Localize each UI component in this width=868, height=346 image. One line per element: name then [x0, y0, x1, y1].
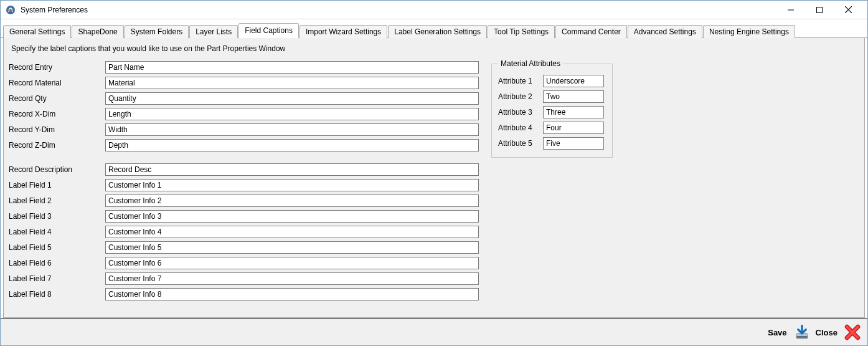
tab-label: System Folders: [131, 27, 182, 36]
field-label: Label Field 1: [9, 181, 105, 190]
label-field-3-input[interactable]: [105, 210, 479, 223]
tab-command-center[interactable]: Command Center: [555, 25, 627, 38]
tab-import-wizard-settings[interactable]: Import Wizard Settings: [300, 25, 387, 38]
attr-label: Attribute 5: [498, 139, 543, 148]
attr-row-3: Attribute 3: [498, 104, 606, 120]
tab-general-settings[interactable]: General Settings: [3, 25, 71, 38]
field-label: Label Field 4: [9, 228, 105, 236]
tab-label: ShapeDone: [78, 27, 117, 36]
window-controls: [776, 1, 862, 19]
window-close-button[interactable]: [834, 1, 862, 19]
app-icon: [6, 5, 16, 15]
window-title: System Preferences: [21, 6, 88, 14]
field-row-record-qty: Record Qty: [9, 90, 479, 106]
attribute-3-input[interactable]: [543, 106, 604, 118]
field-captions-form: Record Entry Record Material Record Qty …: [9, 59, 479, 302]
window-minimize-button[interactable]: [776, 1, 805, 19]
save-button[interactable]: Save: [768, 328, 786, 337]
field-row-record-z-dim: Record Z-Dim: [9, 137, 479, 153]
tab-layer-lists[interactable]: Layer Lists: [189, 25, 238, 38]
tab-panel-field-captions: Specify the label captions that you woul…: [3, 38, 865, 318]
window-maximize-button[interactable]: [805, 1, 834, 19]
titlebar: System Preferences: [1, 1, 867, 19]
tab-label: General Settings: [9, 27, 65, 36]
close-icon[interactable]: [842, 322, 862, 342]
attr-row-1: Attribute 1: [498, 73, 606, 89]
field-label: Label Field 5: [9, 243, 105, 252]
tab-shapedone[interactable]: ShapeDone: [72, 25, 123, 38]
record-description-input[interactable]: [105, 163, 479, 176]
tab-label: Advanced Settings: [634, 27, 696, 36]
field-label: Label Field 7: [9, 274, 105, 283]
tab-system-folders[interactable]: System Folders: [125, 25, 189, 38]
label-field-8-input[interactable]: [105, 288, 479, 300]
record-qty-input[interactable]: [105, 92, 479, 105]
svg-rect-3: [817, 7, 823, 12]
field-row-label-field-3: Label Field 3: [9, 208, 479, 224]
field-row-label-field-7: Label Field 7: [9, 271, 479, 286]
tab-label: Layer Lists: [196, 27, 232, 36]
attribute-1-input[interactable]: [543, 75, 604, 87]
attr-label: Attribute 1: [498, 77, 543, 85]
attribute-2-input[interactable]: [543, 90, 604, 103]
record-x-dim-input[interactable]: [105, 108, 479, 120]
attr-row-5: Attribute 5: [498, 135, 606, 151]
window: System Preferences General Settings Shap…: [0, 0, 868, 346]
attr-label: Attribute 4: [498, 123, 543, 132]
tab-field-captions[interactable]: Field Captions: [238, 23, 299, 38]
label-field-5-input[interactable]: [105, 241, 479, 254]
panel-description: Specify the label captions that you woul…: [11, 44, 857, 53]
label-field-6-input[interactable]: [105, 257, 479, 269]
field-label: Label Field 8: [9, 290, 105, 299]
attribute-4-input[interactable]: [543, 122, 604, 134]
field-row-label-field-1: Label Field 1: [9, 177, 479, 193]
save-icon[interactable]: [792, 322, 812, 342]
tab-tool-tip-settings[interactable]: Tool Tip Settings: [488, 25, 555, 38]
field-row-record-x-dim: Record X-Dim: [9, 106, 479, 122]
tab-label: Nesting Engine Settings: [709, 27, 789, 36]
close-button[interactable]: Close: [816, 328, 837, 337]
tab-label-generation-settings[interactable]: Label Generation Settings: [388, 25, 487, 38]
field-label: Label Field 2: [9, 196, 105, 205]
field-label: Label Field 6: [9, 259, 105, 267]
field-row-record-material: Record Material: [9, 75, 479, 90]
label-field-4-input[interactable]: [105, 226, 479, 238]
field-label: Record Qty: [9, 94, 105, 103]
tab-advanced-settings[interactable]: Advanced Settings: [628, 25, 702, 38]
attribute-5-input[interactable]: [543, 137, 604, 150]
record-entry-input[interactable]: [105, 61, 479, 74]
material-attributes-group: Material Attributes Attribute 1 Attribut…: [491, 59, 613, 158]
field-row-label-field-2: Label Field 2: [9, 193, 479, 208]
label-field-2-input[interactable]: [105, 195, 479, 207]
field-label: Record Entry: [9, 63, 105, 72]
attr-label: Attribute 2: [498, 92, 543, 101]
tab-label: Command Center: [562, 27, 621, 36]
field-row-label-field-8: Label Field 8: [9, 286, 479, 302]
record-y-dim-input[interactable]: [105, 123, 479, 136]
field-label: Record Y-Dim: [9, 125, 105, 134]
tab-label: Label Generation Settings: [394, 27, 481, 36]
label-field-1-input[interactable]: [105, 179, 479, 191]
svg-point-0: [6, 6, 15, 14]
record-z-dim-input[interactable]: [105, 139, 479, 151]
field-row-label-field-6: Label Field 6: [9, 255, 479, 271]
field-label: Record Z-Dim: [9, 141, 105, 150]
attr-row-2: Attribute 2: [498, 89, 606, 104]
svg-rect-7: [796, 336, 808, 338]
record-material-input[interactable]: [105, 77, 479, 89]
field-label: Record Material: [9, 79, 105, 87]
svg-rect-1: [8, 10, 13, 11]
tab-label: Field Captions: [245, 26, 293, 35]
tab-label: Import Wizard Settings: [306, 27, 381, 36]
field-label: Label Field 3: [9, 212, 105, 221]
field-label: Record X-Dim: [9, 110, 105, 118]
tab-nesting-engine-settings[interactable]: Nesting Engine Settings: [703, 25, 795, 38]
field-row-label-field-5: Label Field 5: [9, 239, 479, 255]
field-row-label-field-4: Label Field 4: [9, 224, 479, 239]
label-field-7-input[interactable]: [105, 272, 479, 285]
material-attributes-legend: Material Attributes: [498, 59, 563, 68]
attr-row-4: Attribute 4: [498, 120, 606, 135]
field-row-record-entry: Record Entry: [9, 59, 479, 75]
field-label: Record Description: [9, 165, 105, 174]
attr-label: Attribute 3: [498, 108, 543, 117]
